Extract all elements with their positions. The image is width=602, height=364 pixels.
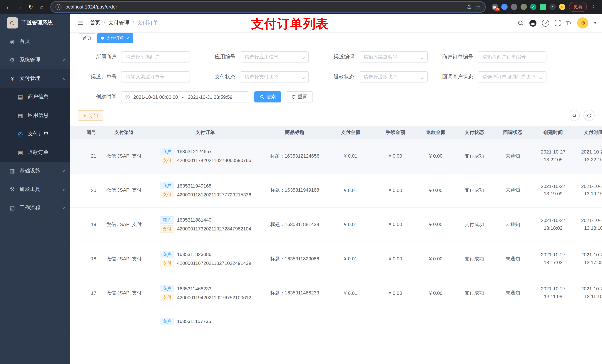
merchant-order-no: 1635312124657 [177, 149, 212, 155]
share-icon[interactable] [467, 4, 472, 9]
pay-tag: 支付 [160, 294, 174, 301]
sidebar-item-devtools[interactable]: ⚒研发工具∨ [0, 180, 70, 199]
sidebar-item-workflow[interactable]: ▧工作流程∨ [0, 199, 70, 217]
cell-create-time: 2021-10-2713:18:02 [532, 207, 574, 241]
search-button[interactable]: 搜索 [254, 91, 281, 103]
cell-refund-amount: ¥ 0.00 [416, 242, 455, 276]
chevron-down-icon[interactable]: ▾ [594, 21, 596, 25]
extension-icon-drop[interactable] [501, 4, 508, 10]
refresh-icon [291, 95, 296, 99]
cell-product-title: 标题：1635311949168 [263, 173, 327, 207]
cell-pay-channel: 微信 JSAPI 支付 [101, 173, 147, 207]
sidebar-item-pay-order[interactable]: ◎支付订单 [0, 125, 70, 143]
column-header-title: 商品标题 [263, 126, 327, 139]
extensions-puzzle-icon[interactable]: ▦10 [492, 4, 498, 10]
extension-icon-gray-1[interactable] [511, 4, 517, 10]
cell-pay-status: 支付成功 [455, 173, 493, 207]
sidebar-item-label: 系统管理 [20, 57, 62, 63]
export-button[interactable]: 导出 [78, 110, 103, 121]
cell-refund-amount: ¥ 0.00 [416, 173, 455, 207]
app-grid-icon: ▦ [16, 112, 24, 119]
cell-pay-channel: 微信 JSAPI 支付 [101, 207, 147, 241]
filter-row-3: 创建时间 2021-10-01 00:00:00 - 2021-10-31 23… [78, 91, 595, 103]
extension-icon-gray-2[interactable] [521, 4, 527, 10]
browser-back-icon[interactable]: ← [4, 2, 13, 12]
extension-icon-green-square[interactable] [540, 4, 546, 10]
chevron-down-icon: ∨ [62, 169, 65, 173]
filter-channel-code-select[interactable]: 请输入渠道编码 [359, 52, 428, 62]
column-header-fee: 手续金额 [375, 126, 416, 139]
sidebar: ☺ 芋道管理系统 ◉首页⚙系统管理∨¥支付管理∧▤商户信息▦应用信息◎支付订单▣… [0, 14, 70, 364]
filter-app-select[interactable]: 请选择应用信息 [240, 52, 309, 62]
cell-create-time: 2021-10-2713:17:03 [532, 242, 574, 276]
browser-refresh-icon[interactable]: ↻ [26, 2, 35, 12]
bookmark-star-icon[interactable]: ☆ [475, 3, 481, 10]
column-header-ctime: 创建时间 [532, 126, 574, 139]
pay-order-icon: ◎ [16, 131, 24, 137]
user-avatar[interactable]: ☺ [577, 17, 589, 29]
help-icon[interactable]: ? [542, 20, 549, 26]
merchant-order-no: 1635311881440 [177, 217, 211, 223]
pay-order-no: 4200001194202110276752100612 [177, 295, 251, 300]
sidebar-item-refund-order[interactable]: ▣退款订单 [0, 143, 70, 162]
breadcrumb-item[interactable]: 首页 [90, 20, 100, 26]
tab-支付订单[interactable]: 支付订单× [97, 33, 133, 43]
filter-channel-order-no-input[interactable]: 请输入渠道订单号 [121, 71, 190, 83]
refresh-table-button[interactable] [583, 110, 595, 121]
filter-pay-status-label: 支付状态 [197, 74, 240, 80]
filter-notify-status-select[interactable]: 请选择订单回调商户状态 [478, 71, 547, 83]
address-bar[interactable]: i localhost:1024/pay/order ☆ [51, 2, 485, 12]
extension-icon-check[interactable]: ✓ [530, 4, 537, 10]
reset-button[interactable]: 重置 [286, 91, 313, 103]
page-info-icon[interactable]: i [55, 4, 62, 10]
search-icon [572, 113, 577, 118]
workflow-icon: ▧ [8, 205, 16, 211]
filter-refund-status-select[interactable]: 请选择退款状态 [359, 71, 428, 83]
cell-pay-order: 商户1635311468233支付42000011942021102767521… [147, 276, 263, 310]
filter-pay-status-select[interactable]: 请选择支付状态 [240, 71, 309, 83]
tags-view: 首页支付订单× [70, 32, 602, 44]
browser-forward-icon[interactable]: → [15, 2, 24, 12]
cell-pay-amount: ¥ 0.01 [327, 207, 375, 241]
extension-icon-emoji[interactable]: ☺ [559, 4, 565, 10]
sidebar-item-label: 支付管理 [20, 75, 62, 82]
create-time-label: 创建时间 [78, 94, 121, 100]
extensions-area: ▦10 ✓ • ☺ [492, 4, 565, 10]
filter-merchant-input[interactable]: 请选择所属商户 [121, 52, 190, 62]
fullscreen-icon[interactable] [555, 20, 560, 26]
sidebar-toggle-icon[interactable] [76, 19, 85, 27]
gear-icon: ⚙ [8, 57, 16, 63]
sidebar-item-system[interactable]: ⚙系统管理∨ [0, 51, 70, 69]
sidebar-item-payment[interactable]: ¥支付管理∧ [0, 69, 70, 88]
extension-pin-icon[interactable]: • [549, 4, 556, 10]
create-time-range-input[interactable]: 2021-10-01 00:00:00 - 2021-10-31 23:59:5… [121, 91, 249, 103]
font-size-icon[interactable]: TT [566, 20, 572, 26]
sidebar-item-infra[interactable]: ▥基础设施∨ [0, 162, 70, 180]
pay-order-no: 4200001174202110278060590766 [177, 158, 251, 163]
orders-table: 编号支付渠道支付订单商品标题支付金额手续金额退款金额支付状态回调状态创建时间支付… [70, 126, 602, 333]
column-header-notify: 回调状态 [493, 126, 532, 139]
browser-home-icon[interactable]: ⌂ [37, 2, 47, 12]
cell-id: 17 [70, 276, 101, 310]
sidebar-item-merchant-info[interactable]: ▤商户信息 [0, 88, 70, 106]
cell-fee-amount: ¥ 0.00 [375, 276, 416, 310]
sidebar-item-home[interactable]: ◉首页 [0, 32, 70, 51]
tab-首页[interactable]: 首页 [79, 33, 95, 43]
cell-id [70, 310, 101, 333]
column-header-order: 支付订单 [147, 126, 263, 139]
toggle-search-button[interactable] [569, 110, 580, 121]
browser-update-button[interactable]: 更新 [569, 2, 587, 12]
filter-merchant-order-no-input[interactable]: 请输入商户订单编号 [478, 52, 547, 62]
sidebar-item-app-info[interactable]: ▦应用信息 [0, 106, 70, 125]
github-icon[interactable] [529, 20, 537, 26]
cell-pay-channel: 微信 JSAPI 支付 [101, 242, 147, 276]
filter-row-1: 所属商户请选择所属商户应用编号请选择应用信息渠道编码请输入渠道编码商户订单编号请… [78, 52, 595, 62]
search-icon[interactable] [517, 20, 524, 26]
cell-product-title: 标题：1635311468233 [263, 276, 327, 310]
chevron-down-icon [420, 55, 424, 62]
breadcrumb-item[interactable]: 支付管理 [108, 20, 129, 26]
tab-close-icon[interactable]: × [126, 36, 129, 41]
top-navbar: 首页/支付管理/支付订单 支付订单列表 ? TT ☺ ▾ [70, 14, 602, 32]
cell-pay-time: 2021-10-2713:22:15 [574, 139, 602, 173]
browser-menu-icon[interactable]: ⋮ [588, 3, 598, 10]
